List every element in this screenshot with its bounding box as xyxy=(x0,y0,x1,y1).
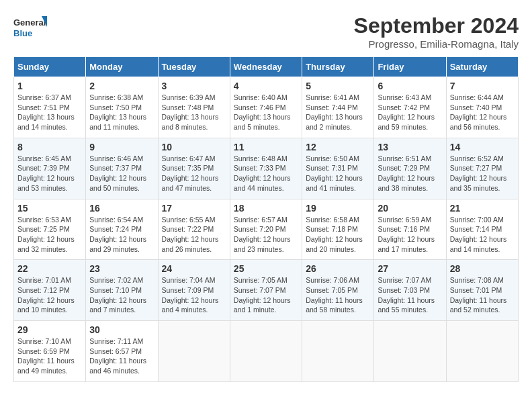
day-info: Sunrise: 6:41 AMSunset: 7:44 PMDaylight:… xyxy=(306,93,370,132)
logo: General Blue xyxy=(13,13,47,43)
day-number: 16 xyxy=(89,203,154,214)
calendar-cell: 21Sunrise: 7:00 AMSunset: 7:14 PMDayligh… xyxy=(446,199,518,260)
calendar-cell: 20Sunrise: 6:59 AMSunset: 7:16 PMDayligh… xyxy=(374,199,446,260)
day-number: 11 xyxy=(234,142,298,152)
calendar-cell: 2Sunrise: 6:38 AMSunset: 7:50 PMDaylight… xyxy=(86,77,158,138)
weekday-header-tuesday: Tuesday xyxy=(158,57,230,77)
day-number: 30 xyxy=(89,324,154,335)
calendar-cell: 5Sunrise: 6:41 AMSunset: 7:44 PMDaylight… xyxy=(302,77,374,138)
day-number: 22 xyxy=(17,263,82,274)
day-info: Sunrise: 7:05 AMSunset: 7:07 PMDaylight:… xyxy=(234,275,298,315)
day-info: Sunrise: 7:00 AMSunset: 7:14 PMDaylight:… xyxy=(450,215,515,255)
day-number: 6 xyxy=(378,81,442,91)
day-info: Sunrise: 6:48 AMSunset: 7:33 PMDaylight:… xyxy=(234,154,298,193)
weekday-header-saturday: Saturday xyxy=(446,57,518,77)
calendar-cell: 6Sunrise: 6:43 AMSunset: 7:42 PMDaylight… xyxy=(374,77,446,138)
calendar-cell: 22Sunrise: 7:01 AMSunset: 7:12 PMDayligh… xyxy=(14,260,86,321)
calendar-cell: 25Sunrise: 7:05 AMSunset: 7:07 PMDayligh… xyxy=(230,260,302,321)
day-info: Sunrise: 7:06 AMSunset: 7:05 PMDaylight:… xyxy=(306,275,370,315)
day-number: 17 xyxy=(162,203,226,214)
day-number: 25 xyxy=(234,263,298,274)
day-number: 21 xyxy=(450,203,515,214)
calendar-cell xyxy=(230,321,302,382)
day-number: 9 xyxy=(89,142,154,152)
calendar-cell: 16Sunrise: 6:54 AMSunset: 7:24 PMDayligh… xyxy=(86,199,158,260)
day-number: 24 xyxy=(162,263,226,274)
day-info: Sunrise: 6:44 AMSunset: 7:40 PMDaylight:… xyxy=(450,93,515,132)
weekday-header-friday: Friday xyxy=(374,57,446,77)
day-number: 2 xyxy=(89,81,154,91)
calendar-cell: 9Sunrise: 6:46 AMSunset: 7:37 PMDaylight… xyxy=(86,138,158,199)
day-number: 26 xyxy=(306,263,370,274)
day-info: Sunrise: 6:40 AMSunset: 7:46 PMDaylight:… xyxy=(234,93,298,132)
day-number: 12 xyxy=(306,142,370,152)
calendar-cell: 10Sunrise: 6:47 AMSunset: 7:35 PMDayligh… xyxy=(158,138,230,199)
day-info: Sunrise: 6:58 AMSunset: 7:18 PMDaylight:… xyxy=(306,215,370,255)
calendar-cell: 30Sunrise: 7:11 AMSunset: 6:57 PMDayligh… xyxy=(86,321,158,382)
day-info: Sunrise: 6:47 AMSunset: 7:35 PMDaylight:… xyxy=(162,154,226,193)
logo-svg: General Blue xyxy=(13,13,47,43)
weekday-header-wednesday: Wednesday xyxy=(230,57,302,77)
calendar-cell: 8Sunrise: 6:45 AMSunset: 7:39 PMDaylight… xyxy=(14,138,86,199)
calendar-cell: 11Sunrise: 6:48 AMSunset: 7:33 PMDayligh… xyxy=(230,138,302,199)
day-number: 5 xyxy=(306,81,370,91)
svg-text:General: General xyxy=(13,17,46,28)
day-number: 15 xyxy=(17,203,82,214)
location-subtitle: Progresso, Emilia-Romagna, Italy xyxy=(354,38,519,50)
day-info: Sunrise: 6:43 AMSunset: 7:42 PMDaylight:… xyxy=(378,93,442,132)
calendar-cell xyxy=(446,321,518,382)
day-info: Sunrise: 6:55 AMSunset: 7:22 PMDaylight:… xyxy=(162,215,226,255)
weekday-header-sunday: Sunday xyxy=(14,57,86,77)
day-info: Sunrise: 7:07 AMSunset: 7:03 PMDaylight:… xyxy=(378,275,442,315)
day-info: Sunrise: 6:46 AMSunset: 7:37 PMDaylight:… xyxy=(89,154,154,193)
day-number: 8 xyxy=(17,142,82,152)
title-area: September 2024 Progresso, Emilia-Romagna… xyxy=(354,13,519,50)
day-number: 19 xyxy=(306,203,370,214)
calendar-cell: 1Sunrise: 6:37 AMSunset: 7:51 PMDaylight… xyxy=(14,77,86,138)
day-info: Sunrise: 6:52 AMSunset: 7:27 PMDaylight:… xyxy=(450,154,515,193)
calendar-cell: 4Sunrise: 6:40 AMSunset: 7:46 PMDaylight… xyxy=(230,77,302,138)
day-number: 4 xyxy=(234,81,298,91)
day-info: Sunrise: 7:01 AMSunset: 7:12 PMDaylight:… xyxy=(17,275,82,315)
svg-text:Blue: Blue xyxy=(13,28,32,38)
day-info: Sunrise: 6:51 AMSunset: 7:29 PMDaylight:… xyxy=(378,154,442,193)
day-number: 18 xyxy=(234,203,298,214)
calendar-cell xyxy=(374,321,446,382)
calendar-cell: 27Sunrise: 7:07 AMSunset: 7:03 PMDayligh… xyxy=(374,260,446,321)
calendar-cell: 14Sunrise: 6:52 AMSunset: 7:27 PMDayligh… xyxy=(446,138,518,199)
day-info: Sunrise: 7:04 AMSunset: 7:09 PMDaylight:… xyxy=(162,275,226,315)
calendar-cell: 19Sunrise: 6:58 AMSunset: 7:18 PMDayligh… xyxy=(302,199,374,260)
calendar-cell xyxy=(158,321,230,382)
day-number: 14 xyxy=(450,142,515,152)
calendar-cell: 28Sunrise: 7:08 AMSunset: 7:01 PMDayligh… xyxy=(446,260,518,321)
day-number: 27 xyxy=(378,263,442,274)
day-info: Sunrise: 6:59 AMSunset: 7:16 PMDaylight:… xyxy=(378,215,442,255)
day-info: Sunrise: 6:37 AMSunset: 7:51 PMDaylight:… xyxy=(17,93,82,132)
day-info: Sunrise: 6:45 AMSunset: 7:39 PMDaylight:… xyxy=(17,154,82,193)
day-info: Sunrise: 7:02 AMSunset: 7:10 PMDaylight:… xyxy=(89,275,154,315)
calendar-cell: 23Sunrise: 7:02 AMSunset: 7:10 PMDayligh… xyxy=(86,260,158,321)
calendar-cell xyxy=(302,321,374,382)
day-info: Sunrise: 7:08 AMSunset: 7:01 PMDaylight:… xyxy=(450,275,515,315)
day-info: Sunrise: 7:11 AMSunset: 6:57 PMDaylight:… xyxy=(89,336,154,376)
day-info: Sunrise: 6:50 AMSunset: 7:31 PMDaylight:… xyxy=(306,154,370,193)
day-number: 23 xyxy=(89,263,154,274)
day-number: 7 xyxy=(450,81,515,91)
day-info: Sunrise: 6:54 AMSunset: 7:24 PMDaylight:… xyxy=(89,215,154,255)
calendar-cell: 26Sunrise: 7:06 AMSunset: 7:05 PMDayligh… xyxy=(302,260,374,321)
calendar-cell: 24Sunrise: 7:04 AMSunset: 7:09 PMDayligh… xyxy=(158,260,230,321)
calendar-cell: 17Sunrise: 6:55 AMSunset: 7:22 PMDayligh… xyxy=(158,199,230,260)
day-number: 20 xyxy=(378,203,442,214)
weekday-header-monday: Monday xyxy=(86,57,158,77)
calendar-cell: 29Sunrise: 7:10 AMSunset: 6:59 PMDayligh… xyxy=(14,321,86,382)
month-title: September 2024 xyxy=(354,13,519,38)
calendar-cell: 12Sunrise: 6:50 AMSunset: 7:31 PMDayligh… xyxy=(302,138,374,199)
day-number: 28 xyxy=(450,263,515,274)
calendar-cell: 7Sunrise: 6:44 AMSunset: 7:40 PMDaylight… xyxy=(446,77,518,138)
header: General Blue September 2024 Progresso, E… xyxy=(13,13,519,50)
day-info: Sunrise: 6:39 AMSunset: 7:48 PMDaylight:… xyxy=(162,93,226,132)
day-number: 29 xyxy=(17,324,82,335)
calendar-cell: 15Sunrise: 6:53 AMSunset: 7:25 PMDayligh… xyxy=(14,199,86,260)
day-number: 10 xyxy=(162,142,226,152)
day-number: 3 xyxy=(162,81,226,91)
